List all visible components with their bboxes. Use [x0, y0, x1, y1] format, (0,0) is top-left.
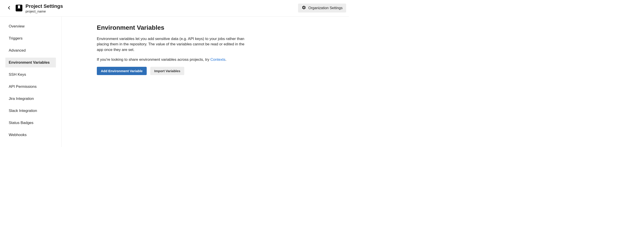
- project-name: project_name: [26, 9, 63, 13]
- sidebar-item-label: Advanced: [9, 48, 26, 52]
- button-row: Add Environment Variable Import Variable…: [97, 67, 245, 75]
- sidebar-item-webhooks[interactable]: Webhooks: [5, 130, 56, 140]
- title-block: Project Settings project_name: [26, 3, 63, 13]
- sidebar-item-slack-integration[interactable]: Slack Integration: [5, 106, 56, 116]
- sidebar-item-triggers[interactable]: Triggers: [5, 33, 56, 43]
- sidebar-item-label: Jira Integration: [9, 96, 34, 101]
- add-environment-variable-button[interactable]: Add Environment Variable: [97, 67, 147, 75]
- sidebar-item-status-badges[interactable]: Status Badges: [5, 118, 56, 128]
- project-icon: [16, 5, 22, 11]
- hint-suffix: .: [226, 57, 226, 62]
- sidebar-item-label: Environment Variables: [9, 60, 50, 65]
- main-content: Environment Variables Environment variab…: [62, 16, 245, 147]
- section-title: Environment Variables: [97, 24, 245, 31]
- sidebar-item-label: SSH Keys: [9, 72, 26, 77]
- header-left: Project Settings project_name: [6, 3, 63, 13]
- sidebar-item-environment-variables[interactable]: Environment Variables: [5, 58, 56, 67]
- settings-sidebar: Overview Triggers Advanced Environment V…: [0, 16, 62, 147]
- sidebar-item-api-permissions[interactable]: API Permissions: [5, 82, 56, 92]
- page-header: Project Settings project_name Organizati…: [0, 0, 349, 16]
- back-button[interactable]: [6, 4, 12, 12]
- import-variables-button[interactable]: Import Variables: [150, 67, 184, 75]
- sidebar-item-label: Webhooks: [9, 133, 26, 137]
- sidebar-item-overview[interactable]: Overview: [5, 21, 56, 31]
- hint-prefix: If you're looking to share environment v…: [97, 57, 210, 62]
- bookmark-icon: [18, 5, 20, 10]
- sidebar-item-jira-integration[interactable]: Jira Integration: [5, 94, 56, 104]
- organization-settings-button[interactable]: Organization Settings: [298, 3, 346, 12]
- sidebar-item-label: Triggers: [9, 36, 22, 40]
- section-hint: If you're looking to share environment v…: [97, 57, 245, 62]
- organization-settings-label: Organization Settings: [308, 6, 342, 10]
- section-description: Environment variables let you add sensit…: [97, 36, 245, 53]
- sidebar-item-advanced[interactable]: Advanced: [5, 45, 56, 55]
- sidebar-item-label: Status Badges: [9, 121, 34, 125]
- sidebar-item-label: API Permissions: [9, 84, 37, 89]
- page-title: Project Settings: [26, 3, 63, 9]
- sidebar-item-ssh-keys[interactable]: SSH Keys: [5, 70, 56, 79]
- sidebar-item-label: Slack Integration: [9, 109, 37, 113]
- sidebar-item-label: Overview: [9, 24, 24, 28]
- chevron-left-icon: [7, 6, 11, 10]
- gear-icon: [302, 5, 306, 11]
- contexts-link[interactable]: Contexts: [210, 57, 226, 62]
